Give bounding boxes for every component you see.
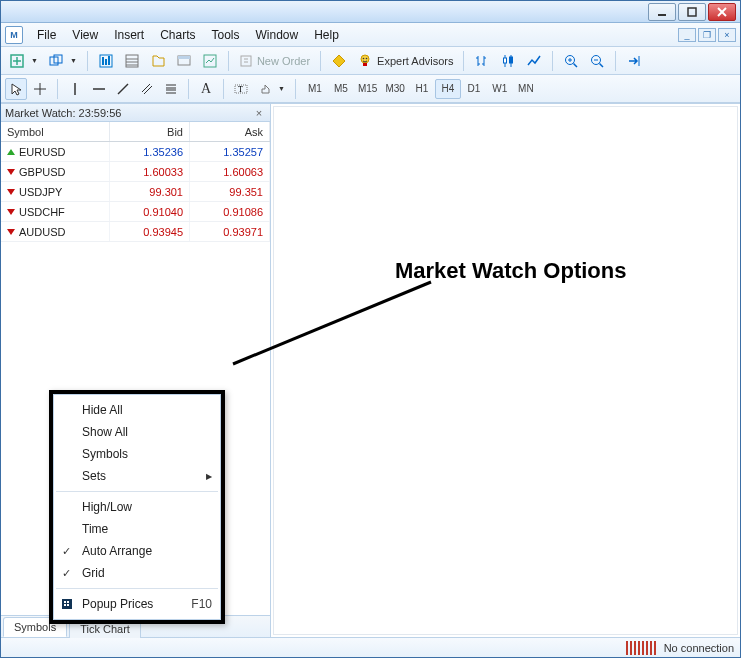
market-watch-space[interactable]: Hide All Show All Symbols Sets▶ High/Low… <box>1 242 270 615</box>
mdi-close-button[interactable]: × <box>718 28 736 42</box>
timeframe-h1[interactable]: H1 <box>409 79 435 99</box>
toolbar-draw: A T ▼ M1M5M15M30H1H4D1W1MN <box>1 75 740 103</box>
market-watch-close-button[interactable]: × <box>252 106 266 120</box>
market-watch-row[interactable]: AUDUSD0.939450.93971 <box>1 222 270 242</box>
ask-cell: 1.60063 <box>190 162 270 181</box>
timeframe-m5[interactable]: M5 <box>328 79 354 99</box>
menu-high-low[interactable]: High/Low <box>54 496 220 518</box>
window-close-button[interactable] <box>708 3 736 21</box>
auto-scroll-button[interactable] <box>622 50 646 72</box>
text-button[interactable]: A <box>195 78 217 100</box>
svg-point-25 <box>366 57 368 59</box>
timeframe-m30[interactable]: M30 <box>381 79 408 99</box>
ask-cell: 1.35257 <box>190 142 270 161</box>
menu-hide-all[interactable]: Hide All <box>54 399 220 421</box>
window-maximize-button[interactable] <box>678 3 706 21</box>
bid-cell: 1.35236 <box>110 142 190 161</box>
cursor-icon <box>9 82 23 96</box>
ask-cell: 99.351 <box>190 182 270 201</box>
symbol-cell: USDJPY <box>1 182 110 201</box>
svg-rect-61 <box>64 604 66 606</box>
menu-symbols[interactable]: Symbols <box>54 443 220 465</box>
timeframe-m15[interactable]: M15 <box>354 79 381 99</box>
shortcut-label: F10 <box>191 597 212 611</box>
timeframe-h4[interactable]: H4 <box>435 79 461 99</box>
menu-tools[interactable]: Tools <box>204 24 248 46</box>
menu-charts[interactable]: Charts <box>152 24 203 46</box>
menu-popup-prices[interactable]: Popup Prices F10 <box>54 593 220 615</box>
statusbar: No connection <box>1 637 740 657</box>
cursor-button[interactable] <box>5 78 27 100</box>
timeframe-mn[interactable]: MN <box>513 79 539 99</box>
thumb-icon <box>258 82 272 96</box>
crosshair-button[interactable] <box>29 78 51 100</box>
chart-candles-button[interactable] <box>496 50 520 72</box>
mdi-restore-button[interactable]: ❐ <box>698 28 716 42</box>
new-order-button[interactable]: New Order <box>235 50 314 72</box>
menu-time[interactable]: Time <box>54 518 220 540</box>
svg-text:T: T <box>238 85 243 94</box>
col-ask[interactable]: Ask <box>190 122 270 141</box>
menu-auto-arrange[interactable]: ✓Auto Arrange <box>54 540 220 562</box>
col-bid[interactable]: Bid <box>110 122 190 141</box>
market-watch-row[interactable]: GBPUSD1.600331.60063 <box>1 162 270 182</box>
market-watch-row[interactable]: USDCHF0.910400.91086 <box>1 202 270 222</box>
menu-file[interactable]: File <box>29 24 64 46</box>
market-watch-button[interactable] <box>94 50 118 72</box>
channel-button[interactable] <box>136 78 158 100</box>
trendline-button[interactable] <box>112 78 134 100</box>
timeframe-w1[interactable]: W1 <box>487 79 513 99</box>
arrow-objects-button[interactable]: ▼ <box>254 78 289 100</box>
chart-area[interactable] <box>273 106 738 635</box>
svg-line-38 <box>574 63 578 67</box>
data-window-button[interactable] <box>120 50 144 72</box>
window-minimize-button[interactable] <box>648 3 676 21</box>
fibonacci-button[interactable] <box>160 78 182 100</box>
menu-help[interactable]: Help <box>306 24 347 46</box>
app-window: M File View Insert Charts Tools Window H… <box>0 0 741 658</box>
mdi-minimize-button[interactable]: _ <box>678 28 696 42</box>
profiles-button[interactable]: ▼ <box>44 50 81 72</box>
strategy-tester-button[interactable] <box>198 50 222 72</box>
menu-view[interactable]: View <box>64 24 106 46</box>
symbol-text: USDJPY <box>19 186 62 198</box>
expert-icon <box>357 53 373 69</box>
menu-show-all[interactable]: Show All <box>54 421 220 443</box>
navigator-button[interactable] <box>146 50 170 72</box>
svg-rect-10 <box>102 57 104 65</box>
chart-bars-button[interactable] <box>470 50 494 72</box>
symbol-text: AUDUSD <box>19 226 65 238</box>
market-watch-icon <box>98 53 114 69</box>
terminal-button[interactable] <box>172 50 196 72</box>
trendline-icon <box>116 82 130 96</box>
market-watch-panel: Market Watch: 23:59:56 × Symbol Bid Ask … <box>1 104 271 637</box>
metaquotes-button[interactable] <box>327 50 351 72</box>
symbol-text: USDCHF <box>19 206 65 218</box>
col-symbol[interactable]: Symbol <box>1 122 110 141</box>
menu-grid[interactable]: ✓Grid <box>54 562 220 584</box>
market-watch-rows: EURUSD1.352361.35257GBPUSD1.600331.60063… <box>1 142 270 242</box>
zoom-out-button[interactable] <box>585 50 609 72</box>
menu-insert[interactable]: Insert <box>106 24 152 46</box>
svg-point-24 <box>363 57 365 59</box>
svg-line-51 <box>144 86 152 94</box>
zoom-in-button[interactable] <box>559 50 583 72</box>
minimize-icon <box>657 7 667 17</box>
chart-line-button[interactable] <box>522 50 546 72</box>
menu-sets[interactable]: Sets▶ <box>54 465 220 487</box>
symbol-cell: EURUSD <box>1 142 110 161</box>
vertical-line-button[interactable] <box>64 78 86 100</box>
market-watch-row[interactable]: EURUSD1.352361.35257 <box>1 142 270 162</box>
check-icon: ✓ <box>62 567 71 580</box>
expert-advisors-button[interactable]: Expert Advisors <box>353 50 457 72</box>
arrow-up-icon <box>7 149 15 155</box>
menu-window[interactable]: Window <box>248 24 307 46</box>
horizontal-line-button[interactable] <box>88 78 110 100</box>
text-label-button[interactable]: T <box>230 78 252 100</box>
svg-rect-1 <box>688 8 696 16</box>
svg-rect-62 <box>67 604 69 606</box>
market-watch-row[interactable]: USDJPY99.30199.351 <box>1 182 270 202</box>
timeframe-m1[interactable]: M1 <box>302 79 328 99</box>
new-chart-button[interactable]: ▼ <box>5 50 42 72</box>
timeframe-d1[interactable]: D1 <box>461 79 487 99</box>
